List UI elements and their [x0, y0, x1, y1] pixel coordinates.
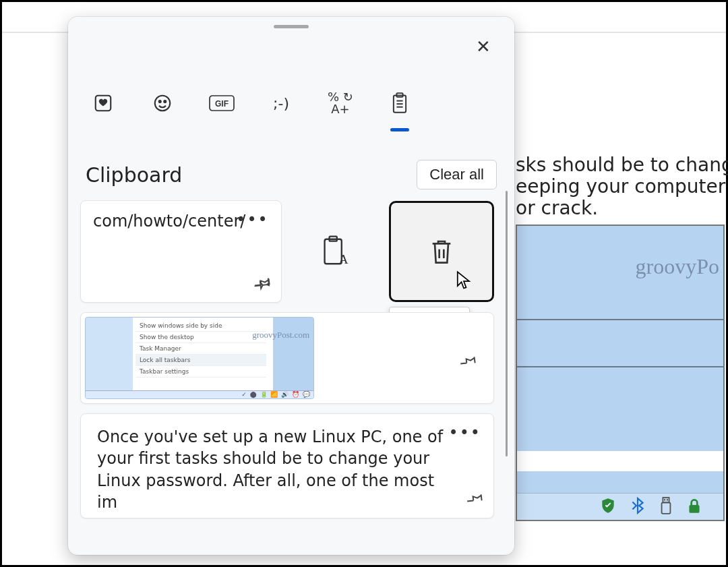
svg-text:GIF: GIF — [215, 99, 229, 109]
bg-line-3: or crack. — [516, 197, 598, 219]
watermark-text: groovyPo — [636, 254, 719, 279]
page-embedded-image: groovyPo — [516, 225, 725, 521]
security-tray-icon[interactable] — [599, 497, 617, 518]
gif-tab[interactable]: GIF — [206, 87, 238, 119]
clipboard-item-1-row: com/howto/center/ ••• A — [80, 200, 494, 303]
bg-line-2: eeping your computer sec — [516, 175, 728, 198]
clipboard-item-image[interactable]: Show windows side by side Show the deskt… — [80, 312, 494, 404]
system-tray — [599, 496, 715, 519]
item-more-button[interactable]: ••• — [449, 423, 481, 442]
svg-point-6 — [155, 96, 171, 111]
kaomoji-label: ;-) — [273, 95, 289, 112]
panel-drag-handle[interactable] — [274, 25, 309, 28]
section-title: Clipboard — [86, 163, 182, 187]
delete-action[interactable]: Delete — [389, 200, 494, 303]
svg-point-8 — [164, 100, 166, 102]
page-body-text: sks should be to change y eeping your co… — [516, 154, 728, 220]
emoji-tab[interactable] — [146, 87, 179, 119]
svg-rect-0 — [663, 498, 669, 502]
close-icon: ✕ — [476, 36, 491, 57]
clear-all-button[interactable]: Clear all — [417, 160, 497, 189]
svg-rect-4 — [689, 505, 699, 513]
pin-button[interactable] — [466, 489, 484, 510]
bg-line-1: sks should be to change y — [516, 154, 728, 176]
svg-point-7 — [159, 100, 161, 102]
clip-image-thumbnail: Show windows side by side Show the deskt… — [85, 317, 314, 399]
scroll-track[interactable] — [506, 191, 508, 456]
mouse-cursor-icon — [456, 270, 472, 293]
favorites-emoji-tab[interactable] — [87, 87, 119, 119]
clipboard-item-text[interactable]: com/howto/center/ ••• — [80, 200, 282, 303]
pin-button[interactable] — [254, 274, 272, 294]
lock-tray-icon[interactable] — [686, 497, 703, 518]
symbols-tab[interactable]: % ↻ A+ — [324, 87, 357, 119]
usb-tray-icon[interactable] — [659, 496, 673, 519]
paste-as-text-action[interactable]: A — [283, 200, 388, 303]
clip-text-content: Once you've set up a new Linux PC, one o… — [81, 414, 493, 514]
kaomoji-tab[interactable]: ;-) — [265, 87, 297, 119]
item-more-button[interactable]: ••• — [236, 210, 268, 229]
panel-tabs: GIF ;-) % ↻ A+ — [87, 87, 416, 119]
pin-button[interactable] — [460, 352, 477, 372]
clipboard-items: com/howto/center/ ••• A — [80, 200, 494, 518]
clipboard-panel: ✕ GIF ;-) % ↻ A+ Clipboard — [68, 17, 514, 555]
viewport-frame: sks should be to change y eeping your co… — [0, 0, 728, 567]
clipboard-item-text[interactable]: Once you've set up a new Linux PC, one o… — [80, 413, 494, 518]
bluetooth-tray-icon[interactable] — [629, 497, 646, 518]
svg-rect-1 — [662, 502, 671, 514]
clipboard-tab[interactable] — [384, 87, 416, 119]
svg-text:A: A — [339, 252, 348, 266]
close-button[interactable]: ✕ — [470, 33, 497, 60]
